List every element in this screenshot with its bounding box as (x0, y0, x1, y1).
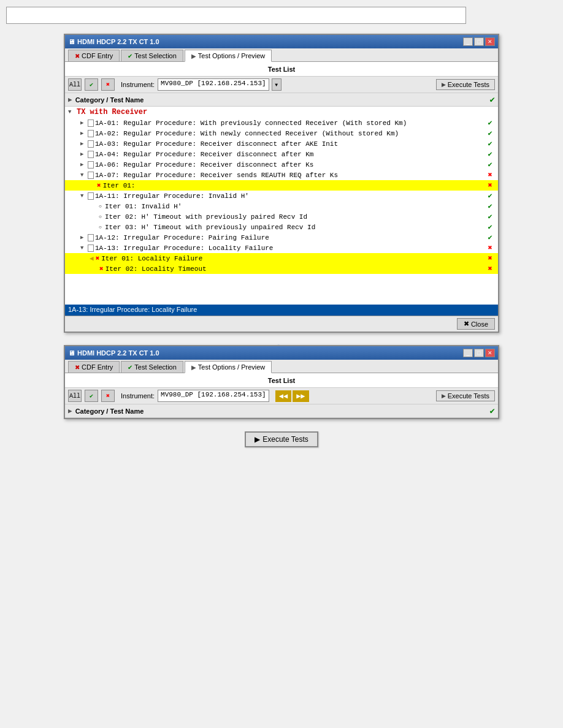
test-label: 1A-04: Regular Procedure: Receiver disco… (95, 151, 485, 158)
execute-tests-button[interactable]: ▶ Execute Tests (436, 79, 495, 90)
status-ok-icon: ✔ (485, 129, 495, 138)
window-close-button[interactable]: ✕ (485, 37, 495, 46)
win2-maximize-button[interactable]: □ (474, 349, 484, 357)
window1-title: 🖥 HDMI HDCP 2.2 TX CT 1.0 (68, 38, 159, 45)
table-row[interactable]: ▶ 1A-06: Regular Procedure: Receiver dis… (65, 159, 498, 170)
status-ok-icon: ✔ (485, 150, 495, 159)
tab-test-selection[interactable]: ✔ Test Selection (121, 50, 183, 61)
status-ok-icon: ✔ (485, 212, 495, 221)
table-row[interactable]: ▶ 1A-04: Regular Procedure: Receiver dis… (65, 149, 498, 159)
table-row[interactable]: ▼ 1A-07: Regular Procedure: Receiver sen… (65, 170, 498, 180)
instrument-select[interactable]: MV980_DP [192.168.254.153] (158, 78, 269, 91)
test-selection-icon: ✔ (128, 53, 132, 59)
table-row[interactable]: ▶ 1A-12: Irregular Procedure: Pairing Fa… (65, 232, 498, 243)
table-row[interactable]: ▼ 1A-11: Irregular Procedure: Invalid H'… (65, 191, 498, 201)
win2-col-header-text: Category / Test Name (75, 408, 490, 415)
section-tx-label: TX with Receiver (77, 108, 147, 116)
status-ok-icon: ✔ (485, 160, 495, 169)
col-header-text: Category / Test Name (75, 96, 490, 104)
table-row[interactable]: ○ Iter 03: H' Timeout with previously un… (65, 222, 498, 232)
table-row[interactable]: ▼ 1A-13: Irregular Procedure: Locality F… (65, 243, 498, 253)
win2-select-all-button[interactable]: All (68, 390, 82, 402)
tab-cdf-entry[interactable]: ✖ CDF Entry (68, 50, 120, 61)
maximize-button[interactable]: □ (474, 37, 484, 46)
window1-controls: _ □ ✕ (463, 37, 495, 46)
test-label: Iter 02: H' Timeout with previously pair… (105, 213, 485, 221)
right-arrow-indicator: ▶▶ (293, 390, 308, 402)
bullet: ○ (99, 214, 105, 219)
status-fail-icon: ✖ (485, 243, 495, 252)
table-row[interactable]: ◀ ✖ Iter 01: Locality Failure ✖ (65, 253, 498, 264)
status-fail-icon: ✖ (485, 170, 495, 180)
minimize-button[interactable]: _ (463, 37, 473, 46)
col-header-check-icon: ✔ (490, 94, 495, 105)
instrument-dropdown-arrow[interactable]: ▼ (272, 78, 282, 91)
bullet: ○ (99, 224, 105, 230)
table-row[interactable]: ✖ Iter 02: Locality Timeout ✖ (65, 264, 498, 274)
test-label: 1A-07: Regular Procedure: Receiver sends… (95, 172, 485, 179)
win2-close-button[interactable]: ✕ (485, 349, 495, 357)
table-row[interactable]: ▶ 1A-02: Regular Procedure: With newly c… (65, 128, 498, 138)
window2-titlebar: 🖥 HDMI HDCP 2.2 TX CT 1.0 _ □ ✕ (65, 346, 498, 360)
close-button[interactable]: ✖ Close (457, 318, 495, 330)
doc-icon (88, 245, 94, 252)
win2-instrument-select[interactable]: MV980_DP [192.168.254.153] (158, 390, 269, 402)
select-all-button[interactable]: All (68, 78, 82, 91)
execute-standalone-button[interactable]: ▶ Execute Tests (245, 431, 318, 447)
win2-col-header-play-icon: ▶ (68, 407, 72, 415)
win2-cdf-icon: ✖ (75, 364, 80, 371)
test-label: 1A-02: Regular Procedure: With newly con… (95, 130, 485, 137)
doc-icon (88, 161, 94, 169)
bullet: ○ (99, 203, 105, 209)
empty-space (65, 274, 498, 305)
win2-minimize-button[interactable]: _ (463, 349, 473, 357)
table-row[interactable]: ▶ 1A-01: Regular Procedure: With previou… (65, 118, 498, 128)
test-label: 1A-06: Regular Procedure: Receiver disco… (95, 161, 485, 169)
test-list: ▼ TX with Receiver ▶ 1A-01: Regular Proc… (65, 107, 498, 305)
toolbar-title: Test List (268, 66, 295, 73)
status-fail-icon: ✖ (485, 181, 495, 190)
win2-uncheck-button[interactable]: ✖ (101, 390, 115, 402)
table-row[interactable]: ✖ Iter 01: ✖ (65, 180, 498, 191)
win2-col-header-check-icon: ✔ (490, 406, 495, 416)
tab-test-options[interactable]: ▶ Test Options / Preview (185, 50, 272, 62)
doc-icon (88, 130, 94, 137)
test-label: 1A-12: Irregular Procedure: Pairing Fail… (95, 234, 485, 241)
doc-icon (88, 119, 94, 127)
win2-tab-bar: ✖ CDF Entry ✔ Test Selection ▶ Test Opti… (65, 360, 498, 373)
win2-tab-test-options[interactable]: ▶ Test Options / Preview (185, 361, 272, 373)
test-label: Iter 03: H' Timeout with previously unpa… (105, 224, 485, 231)
uncheck-button[interactable]: ✖ (101, 78, 115, 91)
top-input[interactable] (6, 7, 466, 24)
status-ok-icon: ✔ (485, 118, 495, 127)
status-text: 1A-13: Irregular Procedure: Locality Fai… (68, 306, 197, 313)
execute-standalone-play-icon: ▶ (255, 435, 260, 444)
window1-titlebar: 🖥 HDMI HDCP 2.2 TX CT 1.0 _ □ ✕ (65, 35, 498, 48)
col-header: ▶ Category / Test Name ✔ (65, 93, 498, 107)
status-ok-icon: ✔ (485, 139, 495, 148)
win2-check-button[interactable]: ✔ (85, 390, 98, 402)
window1: 🖥 HDMI HDCP 2.2 TX CT 1.0 _ □ ✕ ✖ CDF En… (64, 34, 499, 333)
test-label: 1A-03: Regular Procedure: Receiver disco… (95, 140, 485, 148)
win2-tab-test-selection[interactable]: ✔ Test Selection (121, 361, 183, 373)
table-row[interactable]: ○ Iter 02: H' Timeout with previously pa… (65, 211, 498, 222)
fail-indicator: ✖ (97, 181, 101, 189)
table-row[interactable]: ▶ 1A-03: Regular Procedure: Receiver dis… (65, 138, 498, 149)
section-toggle: ▼ (68, 109, 75, 115)
table-row[interactable]: ○ Iter 01: Invalid H' ✔ (65, 201, 498, 211)
status-ok-icon: ✔ (485, 191, 495, 200)
status-ok-icon: ✔ (485, 202, 495, 211)
doc-icon (88, 234, 94, 241)
fail-indicator: ✖ (96, 254, 100, 262)
window2-controls: _ □ ✕ (463, 349, 495, 357)
check-button[interactable]: ✔ (85, 78, 98, 91)
left-arrow-indicator: ◀◀ (275, 390, 291, 402)
win2-tab-cdf-entry[interactable]: ✖ CDF Entry (68, 361, 120, 373)
doc-icon (88, 192, 94, 200)
win2-instrument-label: Instrument: (121, 392, 155, 400)
toolbar: Test List (65, 62, 498, 77)
doc-icon (88, 151, 94, 158)
instrument-label: Instrument: (121, 81, 155, 88)
section-tx-header[interactable]: ▼ TX with Receiver (65, 107, 498, 118)
win2-execute-tests-button[interactable]: ▶ Execute Tests (436, 390, 495, 401)
